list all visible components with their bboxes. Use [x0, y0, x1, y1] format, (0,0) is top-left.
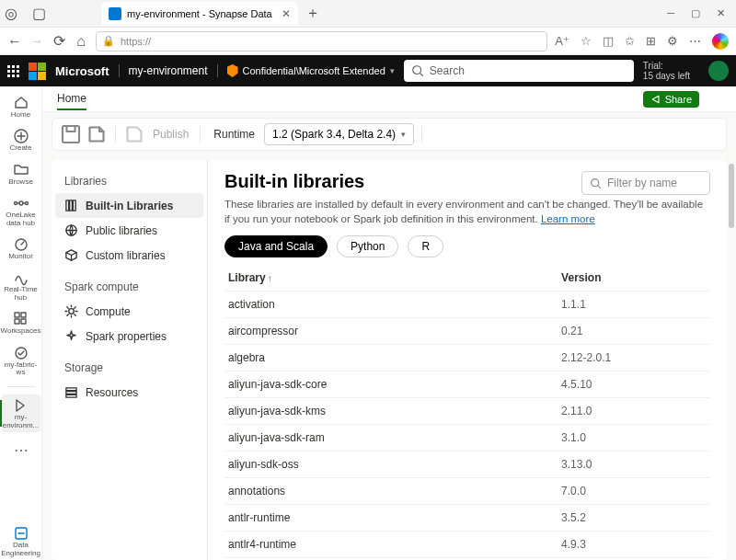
library-name: aircompressor: [224, 318, 558, 345]
library-name: algebra: [224, 345, 558, 371]
scrollbar[interactable]: [727, 160, 736, 560]
pill-python[interactable]: Python: [337, 235, 398, 257]
table-row: annotations7.0.0: [224, 478, 710, 505]
leftnav-item-home[interactable]: Home: [2, 92, 40, 121]
leftnav-persona-data-engineering[interactable]: Data Engineering: [2, 522, 40, 560]
library-version: 1.1.1: [558, 291, 710, 318]
brand-text: Microsoft: [55, 64, 109, 78]
sidebar-item-spark-properties[interactable]: Spark properties: [55, 324, 203, 349]
sidebar-item-public-libraries[interactable]: Public libraries: [55, 218, 203, 243]
environment-name[interactable]: my-environment: [119, 64, 208, 77]
leftnav-more[interactable]: ⋯: [8, 436, 34, 464]
col-library[interactable]: Library↑: [224, 265, 558, 291]
page-tabs: Home Share: [42, 86, 736, 112]
home-icon: [13, 95, 29, 111]
collections-icon[interactable]: ▢: [31, 5, 46, 22]
new-tab-button[interactable]: ＋: [305, 4, 320, 23]
leftnav-item-my-fabric-ws[interactable]: my-fabric-ws: [2, 342, 40, 380]
maximize-button[interactable]: ▢: [691, 7, 700, 19]
sidebar-item-custom-libraries[interactable]: Custom libraries: [55, 243, 203, 268]
sidebar-item-resources[interactable]: Resources: [55, 380, 203, 405]
leftnav-item-monitor[interactable]: Monitor: [2, 234, 40, 263]
favorite-icon[interactable]: ☆: [581, 34, 592, 48]
home-button[interactable]: ⌂: [74, 33, 88, 50]
grid-icon: [13, 311, 29, 327]
search-placeholder: Search: [430, 64, 465, 77]
sidebar-item-builtin-libraries[interactable]: Built-in Libraries: [55, 193, 203, 218]
leftnav-item-browse[interactable]: Browse: [2, 159, 40, 189]
data-engineering-icon: [13, 525, 29, 542]
library-icon: [64, 199, 78, 212]
ws-icon: [13, 345, 29, 361]
trial-status[interactable]: Trial: 15 days left: [643, 61, 690, 81]
svg-point-10: [16, 348, 27, 359]
app-launcher-icon[interactable]: [7, 65, 19, 77]
library-version: 3.13.0: [558, 451, 710, 478]
package-icon: [64, 248, 78, 262]
avatar[interactable]: [708, 61, 729, 81]
pill-java-scala[interactable]: Java and Scala: [224, 235, 328, 257]
table-row: aliyun-java-sdk-ram3.1.0: [224, 425, 710, 451]
back-button[interactable]: ←: [7, 33, 22, 50]
read-aloud-icon[interactable]: A⁺: [555, 34, 569, 48]
realtime-icon: [13, 269, 29, 286]
leftnav-item-onelake-data-hub[interactable]: OneLake data hub: [2, 192, 40, 230]
svg-rect-14: [70, 200, 73, 211]
window-controls: ─ ▢ ✕: [667, 7, 732, 19]
env-icon: [13, 397, 29, 414]
filter-input[interactable]: Filter by name: [581, 171, 710, 195]
page-description: These libraries are installed by default…: [224, 198, 710, 226]
browser-tab[interactable]: my-environment - Synapse Data ✕: [101, 2, 298, 26]
browser-titlebar: ◎ ▢ my-environment - Synapse Data ✕ ＋ ─ …: [0, 0, 736, 28]
leftnav-item-my-environm-[interactable]: my-environm...: [2, 394, 40, 432]
left-navigation: HomeCreateBrowseOneLake data hubMonitorR…: [0, 86, 42, 560]
library-version: 2.12-2.0.1: [558, 345, 710, 371]
hub-icon: [13, 195, 29, 211]
svg-rect-8: [15, 319, 19, 324]
performance-icon[interactable]: ⚙: [667, 34, 678, 48]
search-input[interactable]: Search: [404, 60, 634, 82]
save-button[interactable]: [60, 123, 82, 145]
table-row: activation1.1.1: [224, 291, 710, 318]
favorites-bar-icon[interactable]: ✩: [625, 34, 635, 48]
publish-icon: [123, 123, 145, 145]
leftnav-item-workspaces[interactable]: Workspaces: [2, 308, 40, 337]
svg-rect-12: [63, 126, 79, 143]
export-button[interactable]: [86, 123, 108, 145]
svg-point-18: [592, 178, 599, 186]
share-button[interactable]: Share: [643, 91, 699, 108]
section-spark-compute: Spark compute: [55, 277, 203, 299]
main-content: Filter by name Built-in libraries These …: [208, 160, 727, 560]
close-icon[interactable]: ✕: [282, 7, 291, 20]
tab-title: my-environment - Synapse Data: [127, 8, 272, 19]
chevron-down-icon: ▾: [401, 130, 406, 139]
svg-rect-7: [21, 313, 26, 317]
sensitivity-dropdown[interactable]: Confidential\Microsoft Extended ▾: [217, 64, 395, 77]
publish-button[interactable]: Publish: [149, 128, 192, 141]
browser-toolbar: ← → ⟳ ⌂ 🔒 https:// A⁺ ☆ ◫ ✩ ⊞ ⚙ ⋯: [0, 28, 736, 55]
refresh-button[interactable]: ⟳: [52, 32, 66, 50]
copilot-icon[interactable]: [712, 33, 729, 50]
leftnav-item-real-time-hub[interactable]: Real-Time hub: [2, 267, 40, 304]
pill-r[interactable]: R: [408, 235, 443, 257]
library-name: activation: [224, 291, 558, 318]
svg-rect-6: [15, 313, 19, 317]
svg-rect-9: [21, 319, 26, 324]
extensions-icon[interactable]: ⊞: [646, 34, 656, 48]
col-version[interactable]: Version: [558, 265, 710, 291]
runtime-dropdown[interactable]: 1.2 (Spark 3.4, Delta 2.4) ▾: [264, 123, 414, 145]
forward-button[interactable]: →: [29, 33, 44, 50]
tab-home[interactable]: Home: [57, 88, 86, 110]
learn-more-link[interactable]: Learn more: [541, 213, 595, 224]
sidebar-item-compute[interactable]: Compute: [55, 299, 203, 324]
globe-icon: [64, 223, 78, 237]
leftnav-item-create[interactable]: Create: [2, 125, 40, 154]
menu-icon[interactable]: ⋯: [689, 34, 701, 48]
minimize-button[interactable]: ─: [667, 7, 674, 19]
monitor-icon: [13, 236, 29, 253]
profile-icon[interactable]: ◎: [4, 5, 18, 22]
close-window-button[interactable]: ✕: [717, 7, 725, 19]
svg-point-0: [413, 66, 421, 74]
url-bar[interactable]: 🔒 https://: [96, 31, 547, 51]
split-icon[interactable]: ◫: [603, 34, 614, 48]
